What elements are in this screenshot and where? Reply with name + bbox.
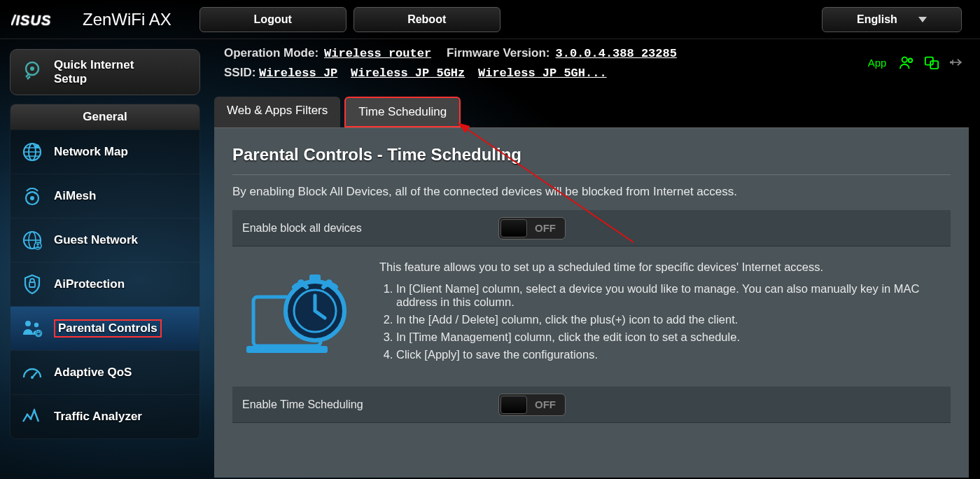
tab-web-apps-filters[interactable]: Web & Apps Filters	[214, 97, 340, 127]
app-link[interactable]: App	[869, 55, 885, 70]
svg-point-31	[326, 279, 332, 286]
svg-text:/ISUS: /ISUS	[11, 13, 51, 28]
traffic-icon	[20, 405, 44, 429]
feature-intro: This feature allows you to set up a sche…	[379, 261, 944, 274]
sidebar-item-label: AiProtection	[54, 277, 125, 291]
sidebar-item-guest-network[interactable]: Guest Network	[10, 218, 200, 262]
sidebar-item-aimesh[interactable]: AiMesh	[10, 174, 200, 218]
sidebar-item-label: Adaptive QoS	[54, 366, 132, 380]
page-title: Parental Controls - Time Scheduling	[232, 145, 951, 175]
quick-internet-setup-label: Quick Internet Setup	[54, 58, 134, 85]
sidebar-item-label: Guest Network	[54, 233, 138, 247]
product-name: ZenWiFi AX	[83, 10, 172, 29]
sidebar-item-label: Network Map	[54, 145, 128, 159]
svg-point-22	[31, 376, 34, 379]
operation-mode-label: Operation Mode:	[224, 46, 318, 60]
toggle-knob	[500, 396, 527, 414]
ssid-3-link[interactable]: Wireless JP 5GH...	[478, 67, 607, 80]
wan-icon[interactable]	[924, 55, 939, 70]
reboot-button[interactable]: Reboot	[354, 7, 500, 32]
block-all-toggle[interactable]: OFF	[498, 217, 566, 240]
step-1: In [Client Name] column, select a device…	[396, 282, 944, 309]
svg-point-5	[950, 61, 952, 63]
language-label: English	[857, 13, 897, 26]
svg-rect-27	[246, 346, 328, 353]
sidebar-item-label: AiMesh	[54, 189, 96, 203]
firmware-link[interactable]: 3.0.0.4.388_23285	[555, 47, 676, 60]
time-scheduling-toggle[interactable]: OFF	[498, 394, 566, 416]
svg-point-24	[29, 417, 31, 419]
svg-point-19	[34, 323, 38, 327]
shield-icon	[20, 272, 44, 296]
quick-internet-setup-button[interactable]: Quick Internet Setup	[10, 49, 200, 95]
schedule-clock-icon	[239, 261, 358, 368]
svg-point-23	[26, 413, 28, 415]
svg-point-1	[902, 57, 907, 62]
svg-point-18	[25, 321, 31, 326]
toggle-state: OFF	[527, 398, 564, 410]
language-select[interactable]: English	[822, 7, 962, 32]
svg-point-30	[298, 279, 304, 286]
svg-point-25	[33, 409, 35, 411]
ssid-2-link[interactable]: Wireless JP 5GHz	[351, 67, 465, 80]
logout-button[interactable]: Logout	[200, 7, 346, 32]
block-all-description: By enabling Block All Devices, all of th…	[232, 185, 951, 199]
asus-logo: /ISUS	[11, 11, 74, 29]
setting-block-all-devices: Enable block all devices OFF	[232, 210, 951, 247]
block-all-label: Enable block all devices	[232, 222, 498, 235]
svg-rect-32	[309, 275, 321, 282]
step-4: Click [Apply] to save the configurations…	[396, 348, 944, 361]
svg-point-16	[36, 243, 39, 246]
usb-icon[interactable]	[949, 55, 965, 70]
svg-point-7	[30, 67, 34, 71]
mesh-icon	[20, 184, 44, 208]
step-2: In the [Add / Delete] column, click the …	[396, 313, 944, 326]
step-3: In [Time Management] column, click the e…	[396, 331, 944, 344]
tab-time-scheduling[interactable]: Time Scheduling	[344, 97, 461, 127]
toggle-knob	[500, 219, 527, 237]
operation-mode-link[interactable]: Wireless router	[324, 47, 431, 60]
sidebar-item-parental-controls[interactable]: Parental Controls	[10, 306, 200, 350]
svg-point-10	[35, 144, 39, 148]
sidebar-item-label: Parental Controls	[58, 321, 158, 335]
svg-point-12	[30, 196, 34, 200]
user-icon[interactable]	[899, 55, 914, 70]
sidebar-item-network-map[interactable]: Network Map	[10, 130, 200, 174]
gear-setup-icon	[20, 59, 44, 85]
ssid-label: SSID:	[224, 66, 255, 79]
svg-point-2	[909, 59, 913, 63]
gauge-icon	[20, 361, 44, 384]
setting-time-scheduling: Enable Time Scheduling OFF	[232, 387, 951, 423]
toggle-state: OFF	[527, 222, 564, 234]
chevron-down-icon	[918, 17, 927, 22]
ssid-1-link[interactable]: Wireless JP	[259, 67, 337, 80]
firmware-label: Firmware Version:	[447, 46, 550, 60]
time-scheduling-label: Enable Time Scheduling	[232, 398, 498, 411]
svg-rect-17	[29, 282, 35, 287]
globe-icon	[20, 140, 44, 164]
sidebar-section-general: General	[10, 104, 200, 130]
sidebar-item-label: Traffic Analyzer	[54, 410, 142, 424]
guest-icon	[20, 228, 44, 252]
content-panel: Parental Controls - Time Scheduling By e…	[214, 127, 969, 478]
sidebar-item-traffic-analyzer[interactable]: Traffic Analyzer	[10, 394, 200, 438]
sidebar-item-aiprotection[interactable]: AiProtection	[10, 262, 200, 306]
sidebar-item-adaptive-qos[interactable]: Adaptive QoS	[10, 350, 200, 394]
family-icon	[20, 317, 44, 340]
